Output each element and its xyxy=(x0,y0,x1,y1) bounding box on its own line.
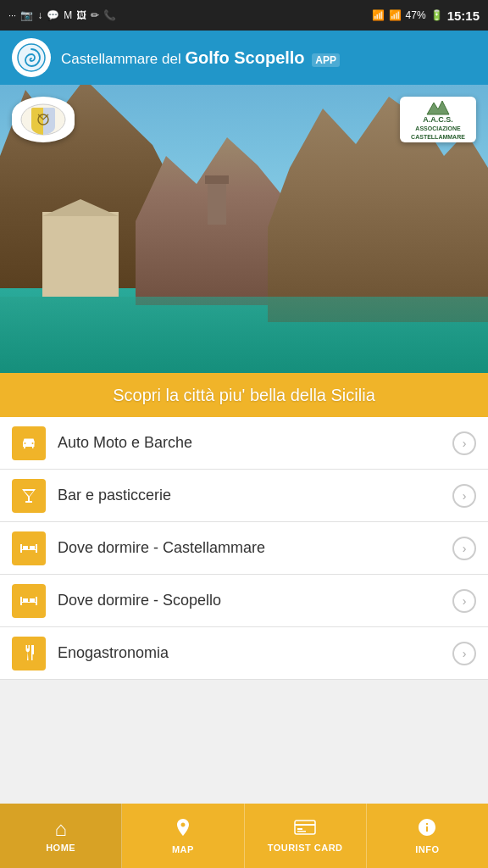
title-normal: Castellammare xyxy=(61,51,158,67)
dormire-cast-label: Dove dormire - Castellammare xyxy=(58,539,441,557)
battery-icon: 🔋 xyxy=(430,9,443,21)
title-del: del xyxy=(162,51,185,67)
status-icons-left: ··· 📷 ↓ 💬 M 🖼 ✏ 📞 xyxy=(8,9,116,21)
gmail-icon: M xyxy=(64,9,72,21)
notification-dots: ··· xyxy=(8,10,16,20)
tourist-card-label: TOURIST CARD xyxy=(268,843,343,853)
fork-knife-icon xyxy=(19,643,39,664)
nav-home[interactable]: ⌂ HOME xyxy=(0,804,122,868)
bar-label: Bar e pasticcerie xyxy=(58,487,441,504)
menu-list: Auto Moto e Barche › Bar e pasticcerie ›… xyxy=(0,417,488,680)
dormire-sco-icon-box xyxy=(12,584,46,618)
download-icon: ↓ xyxy=(37,9,42,21)
hero-image: A.A.C.S. ASSOCIAZIONECASTELLAMMARE xyxy=(0,85,488,373)
enogastronomia-icon-box xyxy=(12,637,46,670)
aacs-label: A.A.C.S. ASSOCIAZIONECASTELLAMMARE xyxy=(411,116,465,142)
car-icon xyxy=(19,433,39,453)
home-icon: ⌂ xyxy=(54,819,67,839)
svg-rect-3 xyxy=(295,821,315,834)
status-bar: ··· 📷 ↓ 💬 M 🖼 ✏ 📞 📶 📶 47% 🔋 15:15 xyxy=(0,0,488,31)
bar-icon-box xyxy=(12,479,46,513)
battery-percent: 47% xyxy=(406,9,426,21)
tower xyxy=(208,182,226,225)
dormire-cast-chevron: › xyxy=(452,537,476,560)
wifi-icon: 📶 xyxy=(372,9,385,21)
info-label: INFO xyxy=(415,844,439,854)
auto-moto-icon-box xyxy=(12,426,46,460)
enogastronomia-chevron: › xyxy=(452,642,476,665)
tourist-card-icon xyxy=(294,819,316,839)
phone-icon: 📞 xyxy=(103,9,116,21)
home-label: HOME xyxy=(46,843,75,853)
bar-chevron: › xyxy=(452,484,476,508)
bed-icon-2 xyxy=(19,591,39,611)
nav-map[interactable]: MAP xyxy=(122,804,244,868)
bed-icon-1 xyxy=(19,538,39,559)
instagram-icon: 📷 xyxy=(20,9,33,21)
building xyxy=(42,212,119,297)
whatsapp-icon: 💬 xyxy=(47,9,59,21)
title-app: APP xyxy=(312,53,340,67)
cocktail-icon xyxy=(19,486,39,506)
aacs-mountain-icon xyxy=(425,97,451,116)
info-icon xyxy=(417,817,437,841)
spiral-icon xyxy=(16,42,47,73)
svg-point-0 xyxy=(18,44,45,71)
dormire-sco-label: Dove dormire - Scopello xyxy=(58,592,441,609)
menu-item-dormire-sco[interactable]: Dove dormire - Scopello › xyxy=(0,575,488,627)
nav-info[interactable]: INFO xyxy=(367,804,488,868)
coat-of-arms-icon xyxy=(19,103,67,136)
app-title-block: Castellammare del Golfo Scopello APP xyxy=(61,47,340,68)
shore xyxy=(0,297,488,373)
photo-icon: 🖼 xyxy=(76,9,86,21)
map-label: MAP xyxy=(172,844,194,854)
app-logo xyxy=(12,38,51,77)
nav-tourist-card[interactable]: TOURIST CARD xyxy=(245,804,367,868)
enogastronomia-label: Enogastronomia xyxy=(58,644,441,662)
menu-item-dormire-cast[interactable]: Dove dormire - Castellammare › xyxy=(0,522,488,575)
menu-item-bar[interactable]: Bar e pasticcerie › xyxy=(0,470,488,522)
dormire-cast-icon-box xyxy=(12,531,46,565)
tagline-text: Scopri la città piu' bella della Sicilia xyxy=(113,386,375,405)
signal-icon: 📶 xyxy=(389,9,402,21)
title-bold: Golfo Scopello xyxy=(185,48,304,67)
badge-aacs: A.A.C.S. ASSOCIAZIONECASTELLAMMARE xyxy=(400,97,476,142)
menu-item-enogastronomia[interactable]: Enogastronomia › xyxy=(0,627,488,680)
menu-item-auto-moto[interactable]: Auto Moto e Barche › xyxy=(0,417,488,470)
app-header: Castellammare del Golfo Scopello APP xyxy=(0,31,488,85)
auto-moto-label: Auto Moto e Barche xyxy=(58,434,441,452)
bottom-nav: ⌂ HOME MAP TOURIST CARD INFO xyxy=(0,804,488,868)
status-right: 📶 📶 47% 🔋 15:15 xyxy=(372,8,480,23)
tagline-bar: Scopri la città piu' bella della Sicilia xyxy=(0,373,488,417)
highlight-icon: ✏ xyxy=(91,9,99,21)
badge-coat-of-arms xyxy=(12,97,75,142)
dormire-sco-chevron: › xyxy=(452,589,476,613)
svg-rect-6 xyxy=(297,831,306,832)
status-time: 15:15 xyxy=(447,8,480,23)
map-icon xyxy=(173,817,193,841)
auto-moto-chevron: › xyxy=(452,431,476,455)
svg-rect-5 xyxy=(297,828,302,830)
